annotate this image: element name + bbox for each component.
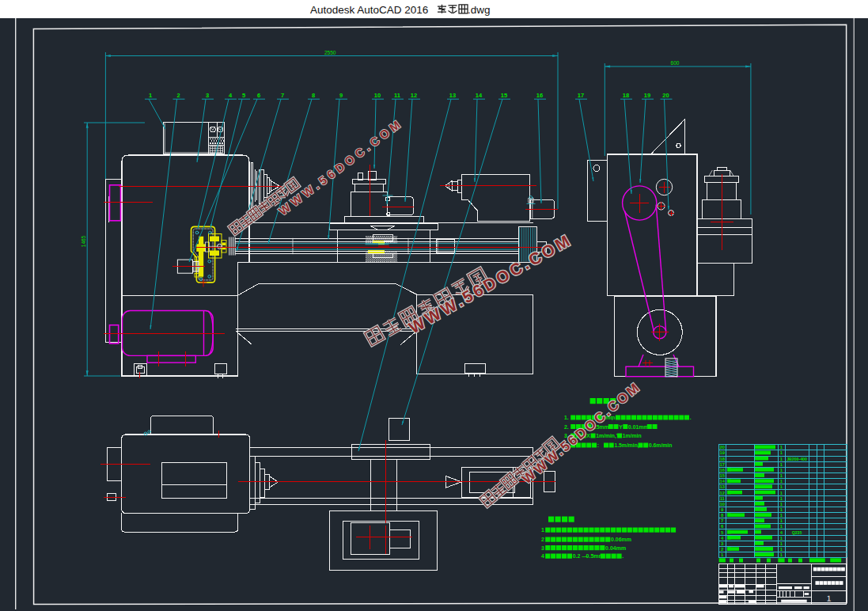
svg-text:2: 2 — [721, 547, 723, 552]
svg-text:7: 7 — [281, 92, 284, 99]
svg-text:3: 3 — [541, 545, 544, 551]
svg-text:13: 13 — [449, 92, 456, 99]
svg-text:20: 20 — [662, 92, 669, 99]
svg-text:1m/min,Y: 1m/min,Y — [596, 433, 620, 439]
svg-text:0.06mm: 0.06mm — [611, 537, 631, 542]
svg-text:13: 13 — [719, 484, 725, 489]
svg-text:600: 600 — [671, 60, 680, 66]
svg-text:0.04mm: 0.04mm — [605, 545, 626, 551]
svg-text:16: 16 — [719, 468, 725, 472]
svg-text:2: 2 — [541, 537, 544, 542]
svg-text:1: 1 — [541, 527, 544, 533]
svg-text:0.01mm/: 0.01mm/ — [628, 424, 650, 430]
svg-text:Y: Y — [619, 424, 623, 430]
svg-text:7: 7 — [721, 518, 723, 523]
svg-text:1.: 1. — [564, 415, 569, 420]
svg-text:19: 19 — [644, 92, 650, 99]
svg-text:2550: 2550 — [324, 50, 336, 55]
svg-text:11: 11 — [394, 92, 400, 99]
svg-text:4: 4 — [541, 553, 544, 559]
svg-text:18: 18 — [719, 457, 725, 461]
svg-text:0.6m/min: 0.6m/min — [649, 442, 672, 448]
svg-text:15: 15 — [719, 473, 725, 478]
svg-text:3: 3 — [206, 92, 209, 99]
svg-text:1: 1 — [149, 92, 152, 99]
svg-text:11: 11 — [720, 496, 726, 501]
svg-text:12: 12 — [719, 491, 724, 495]
svg-text:18: 18 — [623, 92, 629, 99]
svg-text:15: 15 — [501, 92, 507, 99]
svg-text:1m/min: 1m/min — [623, 433, 642, 438]
svg-text:14: 14 — [476, 92, 483, 99]
svg-text:2: 2 — [176, 92, 180, 99]
svg-text:17: 17 — [719, 462, 724, 467]
svg-text:19: 19 — [719, 450, 725, 455]
svg-text:12: 12 — [411, 92, 417, 99]
svg-text:.dwg: .dwg — [468, 4, 491, 16]
svg-text:0.2: 0.2 — [573, 553, 581, 559]
svg-text:Autodesk AutoCAD 2016: Autodesk AutoCAD 2016 — [310, 4, 428, 16]
svg-text:.: . — [690, 415, 692, 420]
svg-text:.: . — [622, 553, 624, 559]
svg-text:14: 14 — [719, 479, 725, 484]
svg-text:1.5m/min,: 1.5m/min, — [614, 442, 639, 449]
svg-text:9: 9 — [339, 92, 343, 99]
svg-text:1465: 1465 — [81, 235, 86, 247]
svg-text:2.: 2. — [564, 424, 569, 430]
svg-text:1: 1 — [827, 594, 832, 602]
svg-text:8: 8 — [312, 92, 315, 99]
svg-text:17: 17 — [578, 92, 584, 99]
svg-text:JB200-400: JB200-400 — [787, 457, 807, 461]
svg-text:10: 10 — [374, 92, 381, 99]
svg-text:5: 5 — [242, 92, 245, 99]
svg-text::: : — [597, 442, 599, 448]
svg-text:20: 20 — [719, 445, 724, 450]
svg-text:6: 6 — [257, 92, 260, 99]
svg-text:Q235: Q235 — [792, 530, 802, 535]
svg-text:10: 10 — [719, 502, 724, 507]
svg-text:16: 16 — [536, 92, 543, 99]
